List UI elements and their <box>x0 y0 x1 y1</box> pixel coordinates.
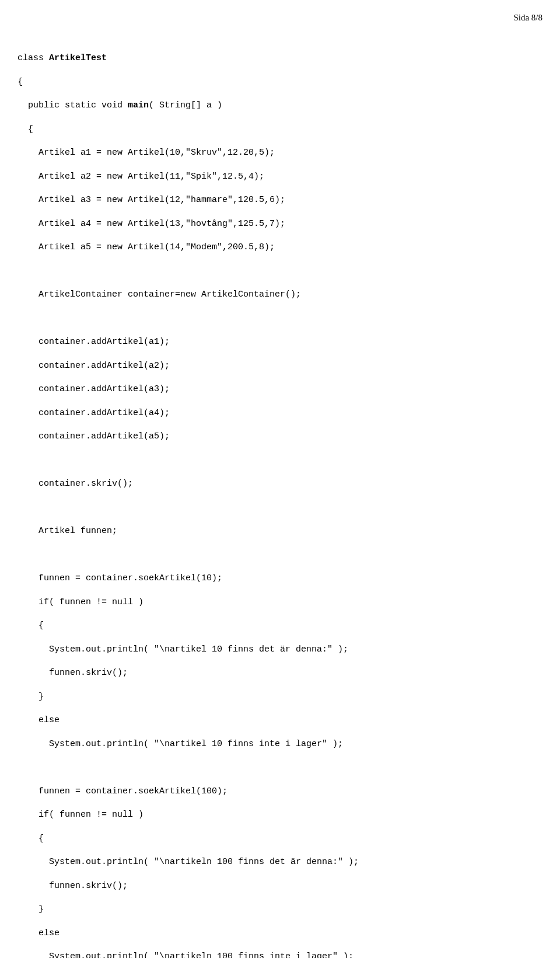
code-line: Artikel funnen; <box>38 525 542 537</box>
method-name: main <box>128 100 149 110</box>
code-line: { <box>38 833 542 845</box>
code-text: ( String[] a ) <box>149 100 222 110</box>
code-line: System.out.println( "\nartikeln 100 finn… <box>49 951 542 958</box>
code-line: Artikel a1 = new Artikel(10,"Skruv",12.2… <box>38 147 542 159</box>
code-line: container.addArtikel(a3); <box>38 384 542 395</box>
code-line: if( funnen != null ) <box>38 809 542 821</box>
code-line: container.addArtikel(a1); <box>38 336 542 348</box>
code-line: { <box>18 76 542 88</box>
code-block: class ArtikelTest { public static void m… <box>18 41 542 958</box>
code-line: funnen = container.soekArtikel(100); <box>38 786 542 797</box>
blank-line <box>18 502 542 514</box>
code-line: System.out.println( "\nartikel 10 finns … <box>49 738 542 750</box>
blank-line <box>18 762 542 774</box>
code-line: Artikel a5 = new Artikel(14,"Modem",200.… <box>38 242 542 253</box>
code-line: container.addArtikel(a2); <box>38 360 542 372</box>
code-line: } <box>38 691 542 703</box>
code-line: System.out.println( "\nartikeln 100 finn… <box>49 856 542 868</box>
code-line: { <box>28 124 542 135</box>
page-number: Sida 8/8 <box>513 12 542 23</box>
code-line: class ArtikelTest <box>18 53 542 64</box>
code-line: Artikel a3 = new Artikel(12,"hammare",12… <box>38 194 542 206</box>
code-text: public static void <box>28 100 128 110</box>
code-line: } <box>38 904 542 915</box>
blank-line <box>18 313 542 325</box>
code-line: Artikel a4 = new Artikel(13,"hovtång",12… <box>38 218 542 230</box>
code-line: else <box>38 715 542 726</box>
blank-line <box>18 266 542 277</box>
code-line: public static void main( String[] a ) <box>28 100 542 112</box>
code-text: class <box>18 53 49 63</box>
code-line: if( funnen != null ) <box>38 597 542 608</box>
code-line: funnen.skriv(); <box>49 880 542 892</box>
code-line: funnen = container.soekArtikel(10); <box>38 573 542 584</box>
code-line: funnen.skriv(); <box>49 667 542 679</box>
code-line: container.addArtikel(a5); <box>38 431 542 443</box>
code-line: System.out.println( "\nartikel 10 finns … <box>49 644 542 656</box>
code-line: container.skriv(); <box>38 478 542 490</box>
code-line: { <box>38 620 542 632</box>
blank-line <box>18 455 542 466</box>
code-line: else <box>38 928 542 939</box>
code-line: ArtikelContainer container=new ArtikelCo… <box>38 289 542 301</box>
code-line: container.addArtikel(a4); <box>38 407 542 419</box>
document-page: Sida 8/8 class ArtikelTest { public stat… <box>0 0 560 958</box>
code-line: Artikel a2 = new Artikel(11,"Spik",12.5,… <box>38 171 542 183</box>
blank-line <box>18 549 542 561</box>
class-name: ArtikelTest <box>49 53 107 63</box>
